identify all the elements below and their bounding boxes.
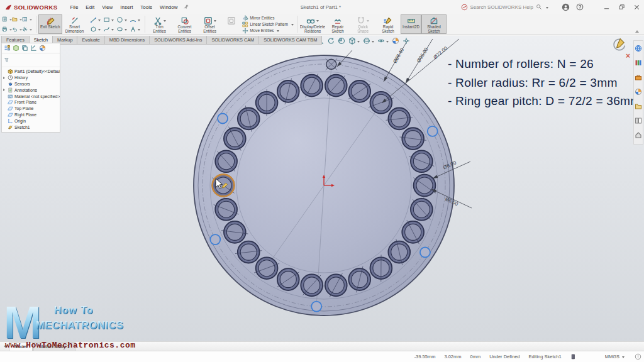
- search-input[interactable]: Search SOLIDWORKS Help: [470, 4, 533, 10]
- view-settings-icon[interactable]: [402, 37, 410, 45]
- bolt-hole-circle-selected[interactable]: [428, 126, 438, 136]
- linear-sketch-pattern-button[interactable]: Linear Sketch Pattern: [242, 21, 294, 28]
- units-selector[interactable]: MMGS: [605, 354, 619, 359]
- dim-pitch-diameter-label[interactable]: Ø72.00: [432, 45, 448, 60]
- search-icon[interactable]: [536, 4, 542, 10]
- extra-offset-button[interactable]: [223, 14, 240, 34]
- line-tool-button[interactable]: [89, 15, 102, 25]
- tab-solidworks-cam-tbm[interactable]: SOLIDWORKS CAM TBM: [258, 36, 322, 45]
- print-button[interactable]: [2, 25, 12, 35]
- section-view-icon[interactable]: [338, 37, 345, 45]
- feature-tree-filter[interactable]: [2, 53, 60, 67]
- custom-properties-icon[interactable]: [635, 130, 642, 141]
- exit-sketch-button[interactable]: Exit Sketch: [38, 14, 62, 34]
- menu-insert[interactable]: Insert: [116, 3, 136, 11]
- ellipse-tool-button[interactable]: [115, 25, 128, 34]
- text-tool-button[interactable]: [128, 25, 142, 34]
- exit-sketch-confirmation-icon[interactable]: [611, 37, 626, 55]
- new-document-button[interactable]: [2, 14, 12, 25]
- ribbon-collapse-icon[interactable]: [635, 28, 639, 33]
- undo-button[interactable]: [12, 25, 22, 35]
- rapid-sketch-button[interactable]: Rapid Sketch: [375, 14, 401, 34]
- spline-tool-button[interactable]: [102, 25, 115, 34]
- tree-item-right-plane[interactable]: Right Plane: [3, 112, 60, 118]
- fm-display-tab-icon[interactable]: [39, 45, 46, 52]
- trim-entities-button[interactable]: Trim Entities: [147, 14, 172, 34]
- polygon-tool-button[interactable]: [89, 25, 102, 34]
- open-button[interactable]: [12, 14, 22, 25]
- circle-tool-button[interactable]: [115, 15, 128, 25]
- tab-evaluate[interactable]: Evaluate: [77, 36, 104, 45]
- fm-dim-tab-icon[interactable]: [30, 45, 37, 52]
- file-explorer-icon[interactable]: [635, 101, 642, 112]
- move-entities-button[interactable]: Move Entities: [242, 28, 294, 34]
- tree-item-annotations[interactable]: Annotations: [3, 87, 60, 93]
- minimize-button[interactable]: [603, 4, 610, 11]
- bolt-hole-circle-selected[interactable]: [210, 234, 220, 244]
- appearances-icon[interactable]: [635, 87, 642, 98]
- dim-outer-diameter-label[interactable]: Ø95.00: [416, 47, 430, 63]
- menu-tools[interactable]: Tools: [136, 3, 156, 11]
- graphics-area[interactable]: Ø88.40Ø95.00Ø72.00Ø8.00Ø6.00 FeaturesSke…: [0, 36, 644, 351]
- close-button[interactable]: [633, 4, 640, 11]
- tree-item-front-plane[interactable]: Front Plane: [3, 99, 60, 106]
- bolt-hole-circle-selected[interactable]: [311, 302, 321, 312]
- smart-dimension-button[interactable]: Smart Dimension: [62, 14, 87, 34]
- edit-appearance-icon[interactable]: [392, 37, 399, 45]
- tree-item-material-not-specified-[interactable]: Material <not specified>: [3, 93, 60, 99]
- instant2d-button[interactable]: Instant2D: [401, 14, 421, 34]
- fm-prop-tab-icon[interactable]: [13, 45, 19, 52]
- tree-item-history[interactable]: History: [3, 75, 60, 81]
- bolt-hole-circle-selected[interactable]: [218, 113, 228, 123]
- tree-item-sensors[interactable]: Sensors: [3, 81, 60, 87]
- quick-snaps-button[interactable]: Quick Snaps: [350, 14, 375, 34]
- hide-show-items-icon[interactable]: [377, 37, 389, 45]
- status-note-icon[interactable]: [570, 354, 576, 359]
- user-account-icon[interactable]: [562, 3, 570, 11]
- design-library-icon[interactable]: [635, 58, 642, 69]
- menu-window[interactable]: Window: [156, 3, 181, 11]
- save-button[interactable]: [22, 14, 32, 25]
- bolt-hole-circle-selected[interactable]: [420, 248, 430, 258]
- search-box[interactable]: Search SOLIDWORKS Help: [461, 4, 548, 11]
- help-icon[interactable]: [576, 3, 584, 11]
- menu-edit[interactable]: Edit: [82, 3, 98, 11]
- solidworks-resources-icon[interactable]: [635, 43, 642, 55]
- pin-icon[interactable]: [183, 4, 189, 10]
- tab-solidworks-cam[interactable]: SOLIDWORKS CAM: [206, 36, 259, 45]
- tree-item-sketch1[interactable]: Sketch1: [3, 124, 60, 130]
- repair-sketch-button[interactable]: Repair Sketch: [325, 14, 350, 34]
- display-style-icon[interactable]: [363, 37, 374, 45]
- tab-model[interactable]: Model: [9, 342, 33, 351]
- status-help-icon[interactable]: [635, 353, 641, 360]
- offset-entities-button[interactable]: Offset Entities: [197, 14, 223, 34]
- fm-tree-tab-icon[interactable]: [4, 45, 11, 52]
- shaded-sketch-contours-button[interactable]: Shaded Sketch Contours: [421, 14, 447, 34]
- tab-solidworks-add-ins[interactable]: SOLIDWORKS Add-Ins: [149, 36, 207, 45]
- view-palette-icon[interactable]: [635, 116, 642, 127]
- dim-bolt-circle-label[interactable]: Ø88.40: [392, 47, 405, 65]
- units-chevron-icon[interactable]: [622, 356, 625, 359]
- rect-tool-button[interactable]: [102, 15, 115, 25]
- chevron-down-icon[interactable]: [546, 7, 548, 10]
- toolbox-icon[interactable]: [635, 72, 642, 84]
- view-orientation-icon[interactable]: [348, 37, 360, 45]
- restore-button[interactable]: [618, 4, 625, 11]
- tree-item-top-plane[interactable]: Top Plane: [3, 106, 60, 112]
- arc-tool-button[interactable]: [128, 15, 142, 25]
- tree-item-origin[interactable]: Origin: [3, 118, 60, 124]
- previous-view-icon[interactable]: [327, 37, 335, 45]
- tab-motion-study[interactable]: Motion Study 1: [33, 342, 75, 351]
- cancel-sketch-icon[interactable]: ×: [626, 52, 630, 60]
- display-delete-relations-button[interactable]: Display/Delete Relations: [300, 14, 325, 34]
- menu-view[interactable]: View: [98, 3, 116, 11]
- tree-item-label: Sketch1: [14, 125, 30, 129]
- convert-entities-button[interactable]: Convert Entities: [172, 14, 197, 34]
- tab-mbd-dimensions[interactable]: MBD Dimensions: [104, 36, 150, 45]
- options-button[interactable]: [22, 25, 32, 35]
- tree-item-part1-default-default-di[interactable]: Part1 (Default)<<Default>_Display Sta...: [3, 69, 60, 75]
- mirror-entities-button[interactable]: Mirror Entities: [242, 15, 294, 21]
- menu-file[interactable]: File: [66, 3, 82, 11]
- tab-scroll-left-icon[interactable]: [2, 344, 6, 348]
- fm-config-tab-icon[interactable]: [21, 45, 28, 52]
